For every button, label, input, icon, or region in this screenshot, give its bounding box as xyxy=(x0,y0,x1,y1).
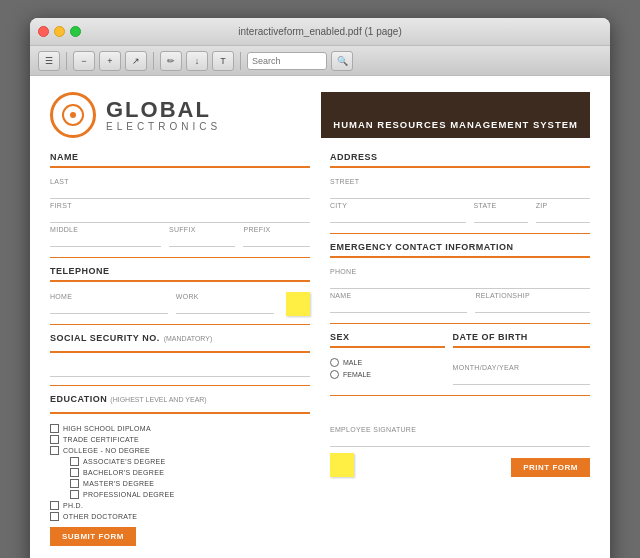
college-degrees: ASSOCIATE'S DEGREE BACHELOR'S DEGREE MAS… xyxy=(50,457,310,499)
form-content: GLOBAL ELECTRONICS HUMAN RESOURCES MANAG… xyxy=(30,76,610,558)
text-button[interactable]: T xyxy=(212,51,234,71)
search-icon-button[interactable]: 🔍 xyxy=(331,51,353,71)
radio-female[interactable] xyxy=(330,370,339,379)
emerg-rel-group: RELATIONSHIP xyxy=(475,292,590,315)
suffix-group: SUFFIX xyxy=(169,226,236,249)
edu-item-2: COLLEGE - NO DEGREE xyxy=(50,446,310,455)
checkbox-assoc[interactable] xyxy=(70,457,79,466)
emergency-divider xyxy=(330,256,590,258)
middle-label: MIDDLE xyxy=(50,226,161,233)
checkbox-bach[interactable] xyxy=(70,468,79,477)
search-input[interactable] xyxy=(247,52,327,70)
zoom-out-button[interactable]: − xyxy=(73,51,95,71)
radio-female-item: FEMALE xyxy=(330,370,445,379)
company-name: GLOBAL ELECTRONICS xyxy=(106,99,221,132)
ssn-field[interactable] xyxy=(50,363,310,377)
logo-inner xyxy=(62,104,84,126)
street-field[interactable] xyxy=(330,185,590,199)
ssn-section-divider xyxy=(50,385,310,386)
college-item-1: BACHELOR'S DEGREE xyxy=(70,468,310,477)
name-divider xyxy=(50,166,310,168)
city-group: CITY xyxy=(330,202,466,225)
street-label: STREET xyxy=(330,178,590,185)
checkbox-trade[interactable] xyxy=(50,435,59,444)
checkbox-college[interactable] xyxy=(50,446,59,455)
college-label-3: PROFESSIONAL DEGREE xyxy=(83,491,174,498)
checkbox-masters[interactable] xyxy=(70,479,79,488)
edu-label-2: COLLEGE - NO DEGREE xyxy=(63,447,150,454)
dob-format-label: MONTH/DAY/YEAR xyxy=(453,364,590,371)
address-divider xyxy=(330,166,590,168)
emergency-section-divider xyxy=(330,323,590,324)
emerg-rel-label: RELATIONSHIP xyxy=(475,292,590,299)
signature-field[interactable] xyxy=(330,433,590,447)
company-global: GLOBAL xyxy=(106,99,221,121)
arrow-button[interactable]: ↓ xyxy=(186,51,208,71)
middle-group: MIDDLE xyxy=(50,226,161,249)
bottom-left-row: SUBMIT FORM xyxy=(50,527,310,546)
close-button[interactable] xyxy=(38,26,49,37)
sticky-note-1 xyxy=(286,292,310,316)
zoom-in-button[interactable]: + xyxy=(99,51,121,71)
header-row: GLOBAL ELECTRONICS HUMAN RESOURCES MANAG… xyxy=(50,92,590,138)
minimize-button[interactable] xyxy=(54,26,65,37)
work-label: WORK xyxy=(176,293,274,300)
zip-field[interactable] xyxy=(536,209,590,223)
address-label: ADDRESS xyxy=(330,152,590,162)
toolbar-divider3 xyxy=(240,52,241,70)
other-doctorate-label: OTHER DOCTORATE xyxy=(63,513,137,520)
ssn-divider xyxy=(50,351,310,353)
sex-label: SEX xyxy=(330,332,445,342)
company-electronics: ELECTRONICS xyxy=(106,121,221,132)
main-columns: NAME LAST FIRST MIDDLE xyxy=(50,152,590,546)
checkbox-phd[interactable] xyxy=(50,501,59,510)
telephone-divider xyxy=(50,280,310,282)
phd-item: PH.D. xyxy=(50,501,310,510)
emerg-rel-field[interactable] xyxy=(475,299,590,313)
suffix-field[interactable] xyxy=(169,233,236,247)
radio-male[interactable] xyxy=(330,358,339,367)
pencil-button[interactable]: ✏ xyxy=(160,51,182,71)
home-field[interactable] xyxy=(50,300,168,314)
print-button[interactable]: PRINT FORM xyxy=(511,458,590,477)
education-label: EDUCATION xyxy=(50,394,107,404)
middle-field[interactable] xyxy=(50,233,161,247)
sticky-note-2 xyxy=(330,453,354,477)
dob-field[interactable] xyxy=(453,371,590,385)
prefix-group: PREFIX xyxy=(243,226,310,249)
male-label: MALE xyxy=(343,359,362,366)
name-section-divider xyxy=(50,257,310,258)
share-button[interactable]: ↗ xyxy=(125,51,147,71)
first-field[interactable] xyxy=(50,209,310,223)
zip-label: ZIP xyxy=(536,202,590,209)
logo-section: GLOBAL ELECTRONICS xyxy=(50,92,305,138)
female-label: FEMALE xyxy=(343,371,371,378)
prefix-label: PREFIX xyxy=(243,226,310,233)
home-label: HOME xyxy=(50,293,168,300)
last-field[interactable] xyxy=(50,185,310,199)
emerg-phone-field[interactable] xyxy=(330,275,590,289)
bottom-right-row: PRINT FORM xyxy=(330,453,590,477)
sex-divider xyxy=(330,346,445,348)
maximize-button[interactable] xyxy=(70,26,81,37)
signature-section: EMPLOYEE SIGNATURE xyxy=(330,426,590,447)
submit-button[interactable]: SUBMIT FORM xyxy=(50,527,136,546)
zip-group: ZIP xyxy=(536,202,590,225)
edu-label-0: HIGH SCHOOL DIPLOMA xyxy=(63,425,151,432)
emergency-label: EMERGENCY CONTACT INFORMATION xyxy=(330,242,590,252)
state-field[interactable] xyxy=(474,209,528,223)
checkbox-hs[interactable] xyxy=(50,424,59,433)
city-field[interactable] xyxy=(330,209,466,223)
tel-section-divider xyxy=(50,324,310,325)
address-section-divider xyxy=(330,233,590,234)
checkbox-prof[interactable] xyxy=(70,490,79,499)
college-label-2: MASTER'S DEGREE xyxy=(83,480,154,487)
checkbox-other-doc[interactable] xyxy=(50,512,59,521)
work-field[interactable] xyxy=(176,300,274,314)
prefix-field[interactable] xyxy=(243,233,310,247)
edu-item-0: HIGH SCHOOL DIPLOMA xyxy=(50,424,310,433)
first-label: FIRST xyxy=(50,202,310,209)
city-label: CITY xyxy=(330,202,466,209)
sidebar-toggle-button[interactable]: ☰ xyxy=(38,51,60,71)
emerg-name-field[interactable] xyxy=(330,299,467,313)
